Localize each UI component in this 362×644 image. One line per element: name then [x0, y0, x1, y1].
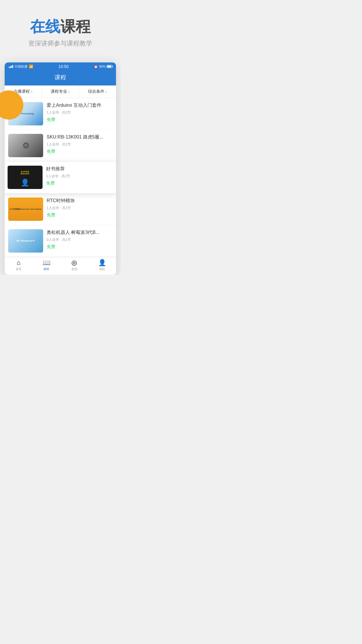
- filter-condition[interactable]: 综合条件 ∨: [79, 85, 116, 98]
- course-meta: 1人在学 · 共1节: [47, 142, 113, 147]
- course-info: RTC时钟模块 1人在学 · 共1节 免费: [47, 197, 113, 218]
- tab-bar: ⌂ 首页 📖 课程 ◎ 发现 👤 我的: [5, 257, 116, 275]
- course-item[interactable]: SKU:RB-13K001 路虎5履... 1人在学 · 共1节 免费: [5, 130, 116, 162]
- course-price: 免费: [47, 117, 113, 123]
- carrier-label: 中国联通: [15, 64, 27, 69]
- signal-bars-icon: [9, 65, 13, 68]
- tab-courses-label: 课程: [43, 267, 49, 271]
- chevron-down-icon: ∨: [105, 90, 107, 93]
- tab-home-label: 首页: [16, 267, 22, 271]
- hero-section: 在线课程 资深讲师参与课程教学: [0, 0, 121, 62]
- course-title: RTC时钟模块: [47, 197, 113, 204]
- status-time: 10:50: [58, 64, 68, 69]
- chevron-down-icon: ∨: [68, 90, 70, 93]
- course-price: 免费: [47, 212, 113, 218]
- battery-fill: [107, 66, 111, 67]
- status-battery: ⏰ 90%: [94, 65, 112, 69]
- course-title: SKU:RB-13K001 路虎5履...: [47, 134, 113, 140]
- status-carrier: 中国联通 📶: [9, 64, 33, 69]
- signal-bar-1: [9, 67, 10, 68]
- course-thumbnail: [8, 229, 43, 253]
- course-item[interactable]: RTC时钟模块 1人在学 · 共1节 免费: [5, 193, 116, 225]
- battery-icon: [107, 65, 112, 68]
- status-bar: 中国联通 📶 10:50 ⏰ 90%: [5, 62, 116, 71]
- course-price: 免费: [46, 181, 113, 186]
- course-title: 奥松机器人 树莓派3代B...: [47, 229, 113, 236]
- phone-mockup: 中国联通 📶 10:50 ⏰ 90% 课程 点播课程 ∨ 课程专业 ∨ 综合条件…: [5, 62, 116, 275]
- course-price: 免费: [47, 244, 113, 250]
- tab-profile-label: 我的: [99, 267, 105, 271]
- course-thumb-img-supermaker: [8, 166, 43, 189]
- chevron-down-icon: ∨: [31, 90, 33, 93]
- course-info: SKU:RB-13K001 路虎5履... 1人在学 · 共1节 免费: [47, 134, 113, 154]
- signal-bar-2: [10, 66, 11, 68]
- tab-discover[interactable]: ◎ 发现: [60, 260, 88, 271]
- course-meta: 1人在学 · 共1节: [47, 206, 113, 211]
- course-thumbnail: [8, 166, 43, 189]
- signal-bar-3: [11, 66, 12, 68]
- hero-subtitle: 资深讲师参与课程教学: [6, 39, 115, 48]
- course-item-highlighted[interactable]: 好书推荐 1人在学 · 共1节 免费: [5, 162, 116, 193]
- filter-major[interactable]: 课程专业 ∨: [42, 85, 79, 98]
- course-meta: 1人在学 · 共1节: [46, 174, 113, 179]
- course-meta: 0人在学 · 共1节: [47, 237, 113, 242]
- hero-title-highlight: 在线: [30, 18, 60, 35]
- course-price: 免费: [47, 149, 113, 154]
- course-thumb-img-robot: [8, 134, 43, 157]
- course-item[interactable]: 奥松机器人 树莓派3代B... 0人在学 · 共1节 免费: [5, 225, 116, 257]
- course-thumb-img-rtc: [8, 197, 43, 221]
- book-icon: 📖: [43, 260, 50, 266]
- home-icon: ⌂: [17, 260, 20, 266]
- nav-header-title: 课程: [55, 74, 66, 80]
- course-thumb-img-raspi: [8, 229, 43, 253]
- signal-bar-4: [12, 65, 13, 68]
- course-info: 好书推荐 1人在学 · 共1节 免费: [46, 166, 113, 186]
- discover-icon: ◎: [71, 260, 77, 266]
- alarm-icon: ⏰: [94, 65, 98, 69]
- course-thumbnail: [8, 197, 43, 221]
- course-info: 爱上Arduino 互动入门套件 1人在学 · 共2节 免费: [47, 102, 113, 122]
- hero-title-normal: 课程: [60, 18, 91, 35]
- nav-header: 课程: [5, 71, 116, 85]
- course-list: 爱上Arduino 互动入门套件 1人在学 · 共2节 免费 SKU:RB-13…: [5, 98, 116, 257]
- course-thumbnail: [8, 134, 43, 157]
- tab-profile[interactable]: 👤 我的: [88, 260, 116, 271]
- profile-icon: 👤: [98, 260, 106, 266]
- filter-major-label: 课程专业: [51, 89, 67, 94]
- wifi-icon: 📶: [29, 64, 33, 69]
- tab-home[interactable]: ⌂ 首页: [5, 260, 33, 271]
- course-info: 奥松机器人 树莓派3代B... 0人在学 · 共1节 免费: [47, 229, 113, 249]
- course-title: 爱上Arduino 互动入门套件: [47, 102, 113, 108]
- battery-percent: 90%: [99, 65, 106, 68]
- hero-title: 在线课程: [6, 18, 115, 36]
- course-title: 好书推荐: [46, 166, 113, 172]
- course-meta: 1人在学 · 共2节: [47, 110, 113, 115]
- filter-bar: 点播课程 ∨ 课程专业 ∨ 综合条件 ∨: [5, 85, 116, 98]
- filter-condition-label: 综合条件: [88, 89, 104, 94]
- tab-discover-label: 发现: [71, 267, 77, 271]
- tab-courses[interactable]: 📖 课程: [33, 260, 61, 271]
